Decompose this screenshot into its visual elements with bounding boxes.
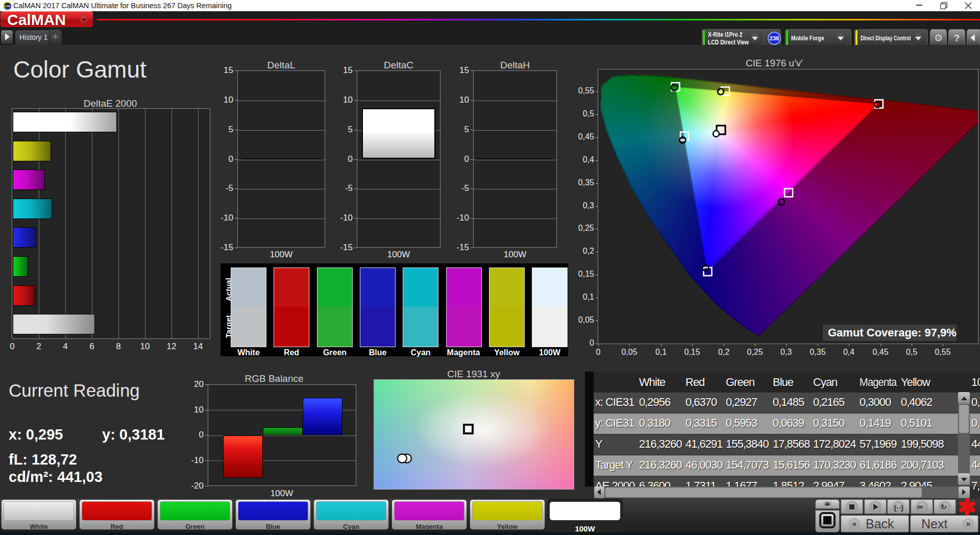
svg-text:CM: CM (5, 5, 10, 8)
svg-text:Gamut Coverage: 97,9%: Gamut Coverage: 97,9% (828, 326, 957, 339)
